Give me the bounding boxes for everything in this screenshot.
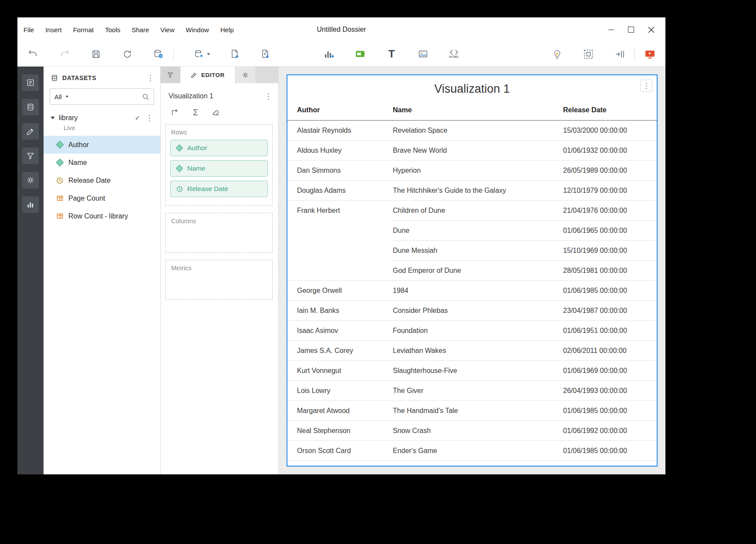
cell-name[interactable]: The Handmaid's Tale	[393, 401, 563, 421]
cell-name[interactable]: God Emperor of Dune	[393, 261, 563, 281]
dataset-search[interactable]: All	[50, 88, 154, 105]
settings-icon[interactable]	[22, 172, 39, 188]
cell-date[interactable]: 12/10/1979 00:00:00	[563, 181, 657, 201]
presentation-icon[interactable]	[644, 47, 656, 61]
datasets-icon[interactable]	[22, 99, 39, 115]
table-row[interactable]: Isaac Asimov Foundation 01/06/1951 00:00…	[287, 321, 657, 341]
cell-date[interactable]: 01/06/1965 00:00:00	[563, 221, 657, 241]
cell-name[interactable]: Snow Crash	[393, 421, 563, 441]
cell-date[interactable]: 02/06/2011 00:00:00	[563, 341, 657, 361]
dossier-canvas[interactable]: Visualization 1 AuthorNameRelease Date A…	[279, 67, 665, 474]
table-row[interactable]: Peter F. Hamilton Pandora's Star 02/03/2…	[287, 461, 657, 467]
cell-author[interactable]	[287, 261, 393, 281]
cell-date[interactable]: 01/06/1951 00:00:00	[563, 321, 657, 341]
chevron-down-icon[interactable]	[65, 96, 69, 97]
cell-author[interactable]	[287, 221, 393, 241]
dataset-status-icon[interactable]	[152, 47, 165, 61]
cell-author[interactable]: Iain M. Banks	[287, 301, 393, 321]
dataset-filter-value[interactable]: All	[54, 93, 62, 101]
cell-date[interactable]: 15/03/2000 00:00:00	[563, 121, 657, 141]
cell-author[interactable]: Kurt Vonnegut	[287, 361, 393, 381]
swap-axes-icon[interactable]	[170, 107, 180, 117]
save-icon[interactable]	[90, 47, 102, 61]
cell-name[interactable]: Leviathan Wakes	[393, 341, 563, 361]
cell-author[interactable]: Peter F. Hamilton	[287, 461, 393, 467]
cell-author[interactable]: Frank Herbert	[287, 201, 393, 221]
cell-author[interactable]: Orson Scott Card	[287, 441, 393, 461]
add-selector-icon[interactable]	[354, 47, 366, 61]
add-text-icon[interactable]: T	[385, 47, 398, 61]
cell-date[interactable]: 26/05/1989 00:00:00	[563, 161, 657, 181]
table-row[interactable]: Kurt Vonnegut Slaughterhouse-Five 01/06/…	[287, 361, 657, 381]
columns-dropzone[interactable]: Columns	[165, 213, 273, 253]
search-icon[interactable]	[142, 93, 149, 101]
cell-name[interactable]: Revelation Space	[393, 121, 563, 141]
cell-author[interactable]: Dan Simmons	[287, 161, 393, 181]
dropzone-chip[interactable]: Author	[170, 140, 268, 156]
layout-icon[interactable]	[582, 47, 594, 61]
dataset-field[interactable]: Row Count - library	[44, 207, 160, 225]
table-row[interactable]: George Orwell 1984 01/06/1985 00:00:00	[287, 281, 657, 301]
cell-author[interactable]: Lois Lowry	[287, 381, 393, 401]
add-visualization-icon[interactable]	[323, 47, 335, 61]
eraser-icon[interactable]	[211, 107, 221, 117]
menu-item[interactable]: Window	[186, 26, 209, 34]
cell-date[interactable]: 01/06/1985 00:00:00	[563, 401, 657, 421]
dataset-field[interactable]: Release Date	[44, 171, 160, 189]
menu-item[interactable]: Tools	[105, 26, 120, 34]
cell-author[interactable]: Alastair Reynolds	[287, 121, 393, 141]
maximize-icon[interactable]	[625, 24, 637, 35]
add-image-icon[interactable]	[417, 47, 429, 61]
cell-author[interactable]: George Orwell	[287, 281, 393, 301]
dataset-field[interactable]: Name	[44, 154, 160, 171]
add-page-icon[interactable]	[229, 47, 241, 61]
cell-name[interactable]: Pandora's Star	[393, 461, 563, 467]
menu-item[interactable]: File	[24, 26, 34, 34]
add-html-icon[interactable]: HTML	[448, 47, 460, 61]
table-row[interactable]: Lois Lowry The Giver 26/04/1993 00:00:00	[287, 381, 657, 401]
contents-icon[interactable]	[22, 74, 39, 91]
cell-author[interactable]: Neal Stephenson	[287, 421, 393, 441]
menu-item[interactable]: Share	[132, 26, 149, 34]
cell-name[interactable]: Dune	[393, 221, 563, 241]
cell-name[interactable]: Ender's Game	[393, 441, 563, 461]
cell-name[interactable]: Slaughterhouse-Five	[393, 361, 563, 381]
cell-name[interactable]: The Giver	[393, 381, 563, 401]
table-row[interactable]: Iain M. Banks Consider Phlebas 23/04/198…	[287, 301, 657, 321]
cell-name[interactable]: Foundation	[393, 321, 563, 341]
sigma-icon[interactable]	[193, 108, 198, 117]
tree-expand-icon[interactable]	[51, 117, 55, 119]
rows-dropzone[interactable]: Rows Author Name Release Date	[165, 124, 273, 206]
table-row[interactable]: Dan Simmons Hyperion 26/05/1989 00:00:00	[287, 161, 657, 181]
tab-settings[interactable]	[235, 67, 256, 83]
refresh-icon[interactable]	[121, 47, 133, 61]
table-row[interactable]: Aldous Huxley Brave New World 01/06/1932…	[287, 141, 657, 161]
table-row[interactable]: Dune Messiah 15/10/1969 00:00:00	[287, 241, 657, 261]
cell-name[interactable]: 1984	[393, 281, 563, 301]
dataset-field[interactable]: Author	[44, 136, 160, 154]
chevron-down-icon[interactable]	[207, 53, 210, 55]
menu-item[interactable]: Help	[220, 26, 234, 34]
cell-date[interactable]: 01/06/1985 00:00:00	[563, 281, 657, 301]
minimize-icon[interactable]	[605, 24, 617, 35]
table-row[interactable]: God Emperor of Dune 28/05/1981 00:00:00	[287, 261, 657, 281]
cell-date[interactable]: 02/03/2004 00:00:00	[563, 461, 657, 467]
column-header[interactable]: Name	[393, 101, 563, 121]
cell-date[interactable]: 28/05/1981 00:00:00	[563, 261, 657, 281]
column-header[interactable]: Author	[287, 101, 393, 121]
visualization-menu-button[interactable]	[640, 80, 652, 92]
cell-author[interactable]	[287, 241, 393, 261]
redo-icon[interactable]	[58, 47, 71, 61]
visualization-card[interactable]: Visualization 1 AuthorNameRelease Date A…	[287, 74, 658, 467]
metrics-dropzone[interactable]: Metrics	[165, 260, 273, 300]
cell-name[interactable]: Dune Messiah	[393, 241, 563, 261]
table-row[interactable]: Alastair Reynolds Revelation Space 15/03…	[287, 121, 657, 141]
cell-author[interactable]: Aldous Huxley	[287, 141, 393, 161]
table-row[interactable]: Dune 01/06/1965 00:00:00	[287, 221, 657, 241]
table-row[interactable]: James S.A. Corey Leviathan Wakes 02/06/2…	[287, 341, 657, 361]
tab-editor[interactable]: EDITOR	[180, 67, 235, 83]
close-icon[interactable]	[645, 24, 657, 35]
insights-icon[interactable]	[551, 47, 563, 61]
dropzone-chip[interactable]: Name	[170, 160, 268, 177]
cell-date[interactable]: 26/04/1993 00:00:00	[563, 381, 657, 401]
